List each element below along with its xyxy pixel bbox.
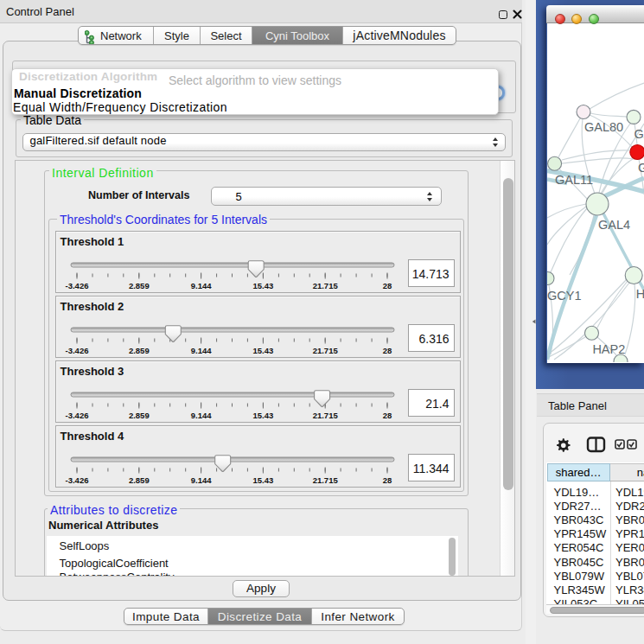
svg-text:21.715: 21.715: [313, 411, 339, 420]
svg-text:2.859: 2.859: [129, 475, 150, 485]
svg-text:-3.426: -3.426: [66, 346, 89, 355]
svg-text:-3.426: -3.426: [66, 475, 89, 485]
svg-text:HAP2: HAP2: [592, 342, 625, 356]
svg-text:9.144: 9.144: [191, 475, 212, 485]
svg-text:9.144: 9.144: [191, 346, 212, 355]
svg-text:GAL4: GAL4: [598, 218, 630, 232]
svg-text:-3.426: -3.426: [66, 281, 89, 290]
svg-text:28: 28: [383, 411, 392, 420]
svg-text:9.144: 9.144: [191, 281, 212, 290]
svg-text:G: G: [638, 161, 644, 175]
svg-text:15.43: 15.43: [253, 475, 274, 485]
svg-text:28: 28: [383, 346, 392, 355]
svg-text:GCY1: GCY1: [547, 289, 582, 303]
svg-text:21.715: 21.715: [313, 281, 339, 290]
svg-text:GAL11: GAL11: [555, 173, 593, 187]
svg-text:GA: GA: [634, 127, 644, 141]
svg-text:15.43: 15.43: [253, 281, 274, 290]
svg-text:21.715: 21.715: [313, 346, 339, 355]
svg-text:H: H: [636, 287, 644, 301]
svg-text:-3.426: -3.426: [66, 411, 89, 420]
svg-text:28: 28: [383, 281, 392, 290]
svg-text:21.715: 21.715: [313, 475, 339, 485]
svg-text:15.43: 15.43: [253, 346, 274, 355]
svg-text:GAL80: GAL80: [584, 120, 623, 134]
svg-text:2.859: 2.859: [129, 346, 150, 355]
svg-text:15.43: 15.43: [253, 411, 274, 420]
svg-text:2.859: 2.859: [129, 281, 150, 290]
svg-text:9.144: 9.144: [191, 411, 212, 420]
svg-text:2.859: 2.859: [129, 411, 150, 420]
svg-text:28: 28: [383, 475, 392, 485]
